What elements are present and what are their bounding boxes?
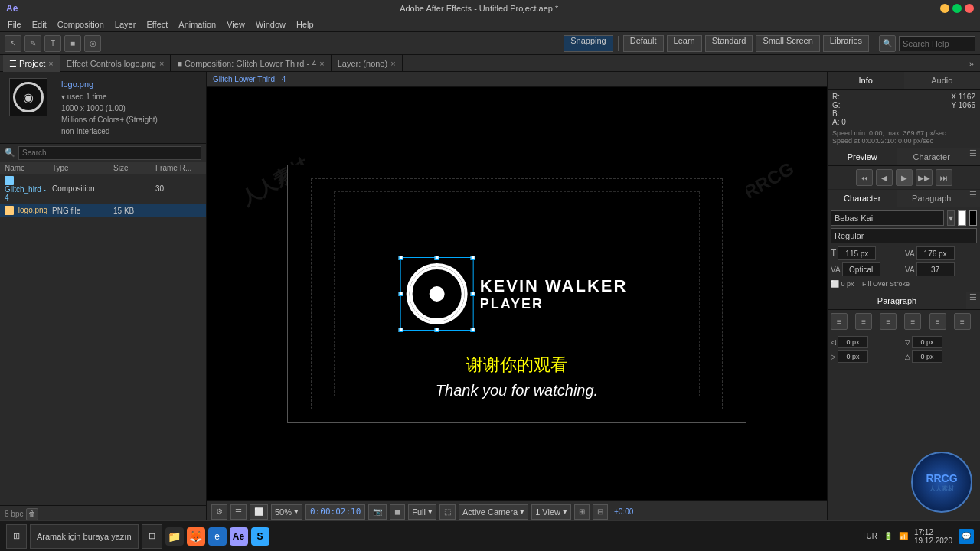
- char-menu-icon[interactable]: ☰: [966, 190, 980, 207]
- handle-tm[interactable]: [435, 256, 439, 260]
- logo-circle[interactable]: [407, 263, 468, 324]
- skip-forward-btn[interactable]: ⏭: [936, 169, 952, 186]
- play-forward-btn[interactable]: ▶▶: [916, 169, 933, 186]
- tool-text[interactable]: T: [44, 35, 61, 52]
- tool-pen[interactable]: ✎: [24, 35, 41, 52]
- preview-tab[interactable]: Preview: [828, 148, 897, 165]
- menu-animation[interactable]: Animation: [174, 17, 220, 32]
- viewer-options[interactable]: ☰: [230, 504, 247, 520]
- views-dropdown[interactable]: 1 View ▾: [531, 504, 571, 520]
- handle-bl[interactable]: [399, 328, 403, 332]
- render-preview[interactable]: ◼: [390, 504, 405, 520]
- effect-controls-tab[interactable]: Effect Controls logo.png ×: [60, 55, 172, 72]
- handle-bm[interactable]: [435, 328, 439, 332]
- space-after-input[interactable]: [912, 350, 942, 363]
- indent-right-input[interactable]: [838, 350, 868, 363]
- project-tab[interactable]: ☰ Project ×: [3, 55, 60, 72]
- project-item-comp[interactable]: Glitch_hird - 4 Composition 30: [0, 174, 206, 204]
- snapping-toggle[interactable]: Snapping: [564, 35, 613, 52]
- maximize-button[interactable]: [952, 4, 962, 13]
- snapshot-btn[interactable]: 📷: [368, 504, 387, 520]
- start-btn[interactable]: ⊞: [6, 524, 27, 549]
- menu-help[interactable]: Help: [292, 17, 318, 32]
- audio-tab[interactable]: Audio: [904, 72, 981, 89]
- layer-tab-header[interactable]: Layer: (none) ×: [332, 55, 403, 72]
- playback-settings[interactable]: ⚙: [211, 504, 227, 520]
- tool-shape[interactable]: ■: [64, 35, 81, 52]
- tool-select[interactable]: ↖: [5, 35, 21, 52]
- space-before-input[interactable]: [912, 336, 942, 348]
- handle-mr[interactable]: [471, 292, 475, 296]
- play-btn[interactable]: ▶: [896, 169, 913, 186]
- layer-tab-close[interactable]: ×: [390, 55, 395, 72]
- menu-edit[interactable]: Edit: [28, 17, 51, 32]
- default-btn[interactable]: Default: [623, 35, 664, 52]
- handle-tr[interactable]: [471, 256, 475, 260]
- quality-dropdown[interactable]: Full ▾: [408, 504, 436, 520]
- paragraph-section-tab[interactable]: Paragraph: [828, 292, 966, 309]
- transparency-toggle[interactable]: ⬚: [439, 504, 456, 520]
- align-just-left[interactable]: ≡: [904, 313, 921, 330]
- indent-left-input[interactable]: [838, 336, 868, 348]
- project-item-png[interactable]: logo.png PNG file 15 KB: [0, 204, 206, 217]
- char-tab[interactable]: Character: [897, 148, 967, 165]
- small-screen-btn[interactable]: Small Screen: [756, 35, 819, 52]
- edge-icon[interactable]: e: [208, 527, 227, 546]
- minimize-button[interactable]: [940, 4, 949, 13]
- close-button[interactable]: [965, 4, 974, 13]
- browser-icon[interactable]: 🦊: [187, 527, 205, 546]
- menu-window[interactable]: Window: [251, 17, 290, 32]
- ps-icon[interactable]: S: [251, 527, 270, 546]
- skip-back-btn[interactable]: ⏮: [856, 169, 873, 186]
- fill-swatch[interactable]: [958, 210, 965, 226]
- handle-br[interactable]: [471, 328, 475, 332]
- play-back-btn[interactable]: ◀: [876, 169, 893, 186]
- search-input[interactable]: [899, 36, 975, 51]
- align-just-center[interactable]: ≡: [929, 313, 946, 330]
- viewer[interactable]: 人人素材 RRCG 人人素材: [207, 87, 827, 500]
- para-menu-icon[interactable]: ☰: [966, 292, 980, 309]
- region-btn[interactable]: ⬜: [250, 504, 268, 520]
- menu-file[interactable]: File: [3, 17, 26, 32]
- project-tab-close[interactable]: ×: [48, 55, 53, 72]
- stroke-swatch[interactable]: [969, 210, 977, 226]
- font-size-val[interactable]: 115 px: [838, 246, 876, 260]
- font-input[interactable]: [831, 210, 944, 226]
- align-right[interactable]: ≡: [880, 313, 897, 330]
- effect-tab-close[interactable]: ×: [159, 55, 164, 72]
- standard-btn[interactable]: Standard: [705, 35, 753, 52]
- explorer-icon[interactable]: 📁: [165, 527, 184, 546]
- panel-menu-icon[interactable]: ☰: [966, 148, 980, 165]
- project-search-input[interactable]: [18, 146, 201, 160]
- grid-options[interactable]: ⊞: [574, 504, 590, 520]
- character-tab[interactable]: Character: [828, 190, 897, 207]
- panel-expand[interactable]: »: [966, 59, 977, 68]
- task-view-btn[interactable]: ⊟: [142, 524, 162, 549]
- menu-composition[interactable]: Composition: [53, 17, 109, 32]
- track-val[interactable]: 37: [916, 262, 955, 276]
- zoom-dropdown[interactable]: 50% ▾: [271, 504, 302, 520]
- kerning-val[interactable]: Optical: [842, 262, 880, 276]
- notification-icon[interactable]: 💬: [959, 529, 974, 544]
- ae-taskbar-icon[interactable]: Ae: [230, 527, 248, 546]
- camera-dropdown[interactable]: Active Camera ▾: [459, 504, 528, 520]
- menu-effect[interactable]: Effect: [142, 17, 172, 32]
- comp-tab-header[interactable]: ■ Composition: Glitch Lower Third - 4 ×: [171, 55, 331, 72]
- menu-layer[interactable]: Layer: [110, 17, 141, 32]
- libraries-btn[interactable]: Libraries: [823, 35, 869, 52]
- tool-camera[interactable]: ◎: [84, 35, 101, 52]
- learn-btn[interactable]: Learn: [667, 35, 702, 52]
- handle-ml[interactable]: [399, 292, 403, 296]
- view-options[interactable]: ⊟: [593, 504, 608, 520]
- align-just-right[interactable]: ≡: [954, 313, 971, 330]
- comp-tab-close[interactable]: ×: [319, 55, 324, 72]
- paragraph-tab[interactable]: Paragraph: [897, 190, 967, 207]
- taskbar-search[interactable]: Aramak için buraya yazın: [30, 524, 139, 549]
- align-left[interactable]: ≡: [831, 313, 848, 330]
- align-center[interactable]: ≡: [855, 313, 872, 330]
- handle-tl[interactable]: [399, 256, 403, 260]
- menu-view[interactable]: View: [222, 17, 250, 32]
- time-display[interactable]: 0:00:02:10: [305, 504, 365, 520]
- search-btn[interactable]: 🔍: [879, 35, 896, 52]
- info-tab[interactable]: Info: [828, 72, 904, 89]
